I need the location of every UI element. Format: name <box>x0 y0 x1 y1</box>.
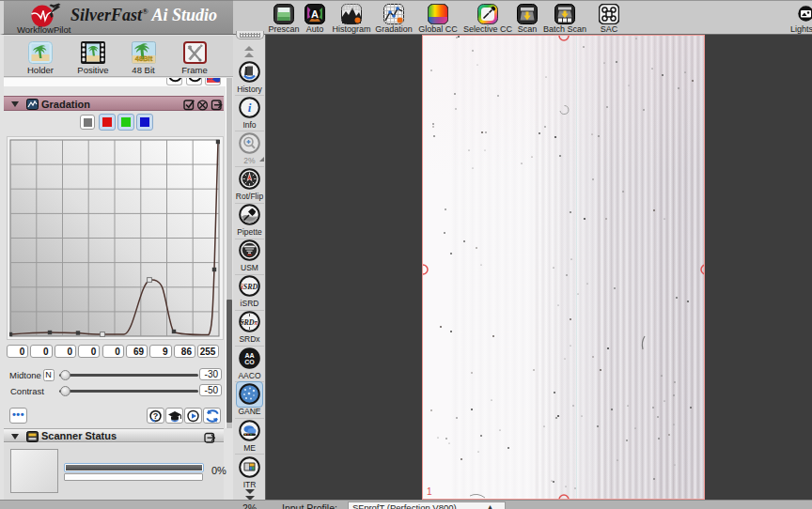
svg-text:48Bit: 48Bit <box>134 54 152 63</box>
svg-text:CO: CO <box>244 359 255 365</box>
svg-text:i: i <box>248 100 252 115</box>
svg-text:AA: AA <box>244 351 254 358</box>
svg-text:1: 1 <box>427 486 432 497</box>
svg-text:?: ? <box>153 411 159 421</box>
svg-text:A: A <box>311 8 319 20</box>
svg-text:iSRD: iSRD <box>242 283 258 291</box>
